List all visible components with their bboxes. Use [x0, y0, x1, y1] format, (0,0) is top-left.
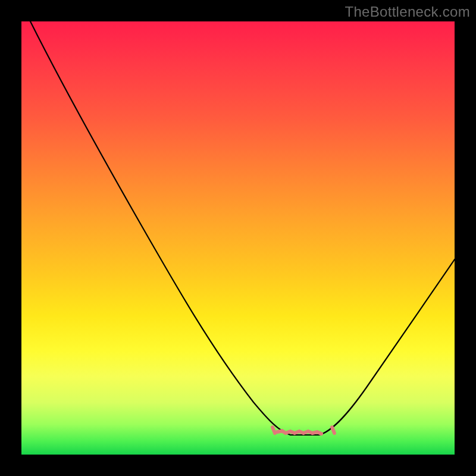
- curve-svg: [21, 21, 455, 455]
- watermark-text: TheBottleneck.com: [345, 4, 470, 20]
- chart-frame: TheBottleneck.com: [0, 0, 476, 476]
- bottleneck-curve: [30, 21, 455, 435]
- plot-area: [21, 21, 455, 455]
